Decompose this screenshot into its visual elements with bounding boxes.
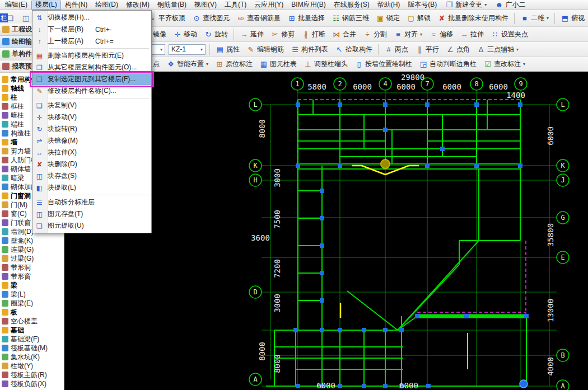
tree-item-24[interactable]: 梁(L) — [0, 290, 64, 299]
tree-item-20[interactable]: 过梁(G) — [0, 254, 64, 263]
view-rebar-button[interactable]: 60查看钢筋量 — [233, 12, 284, 24]
menubar-item-8[interactable]: 云应用(Y) — [250, 1, 287, 10]
lock-button[interactable]: ▣锁定 — [372, 12, 403, 24]
pick-component-button[interactable]: ↖拾取构件 — [332, 44, 376, 55]
grip-button[interactable]: ∷设置夹点 — [487, 29, 531, 40]
menubar-item-0[interactable]: 编辑(E) — [1, 1, 31, 10]
menu-item-18[interactable]: ☰自动拆分标准层 — [32, 196, 151, 208]
menubar-item-11[interactable]: 帮助(H) — [374, 1, 404, 10]
menu-item-6[interactable]: ❐复制选定图元到其它楼层(F)... — [32, 73, 151, 85]
menu-item-2[interactable]: ↑上一楼层(A)Ctrl+= — [32, 35, 151, 47]
tree-item-32[interactable]: 柱墩(Y) — [0, 361, 64, 370]
tree-item-19[interactable]: 连梁(G) — [0, 245, 64, 254]
tree-item-label: 带形洞 — [11, 263, 31, 272]
offset-button[interactable]: ≈偏移 — [426, 29, 456, 40]
smart-place-button[interactable]: ❖智能布置▾ — [163, 58, 212, 70]
menu-item-12[interactable]: ⇌块镜像(M) — [32, 135, 151, 147]
2d-button[interactable]: ■二维▾ — [517, 12, 552, 24]
menu-item-4[interactable]: ▦删除当前楼层构件图元(E) — [32, 50, 151, 62]
tree-item-34[interactable]: 筏板负筋(X) — [0, 379, 64, 388]
rotate-button[interactable]: ↻旋转 — [200, 29, 231, 40]
menubar-item-2[interactable]: 构件(N) — [61, 1, 92, 10]
tree-item-33[interactable]: 筏板主筋(R) — [0, 370, 64, 379]
top-view-button[interactable]: ⬒俯视 — [557, 12, 588, 24]
column-table-button[interactable]: ▦图元柱表 — [256, 58, 300, 70]
prop-button[interactable]: ▤属性 — [212, 44, 243, 55]
menu-item-16[interactable]: ◧块提取(L) — [32, 182, 151, 194]
tree-item-21[interactable]: 带形洞 — [0, 263, 64, 272]
check-annotation-button[interactable]: ☑查改标注▾ — [480, 58, 529, 70]
tree-group-23[interactable]: 梁 — [0, 281, 64, 290]
menubar-item-14[interactable]: ☻广小二 — [491, 1, 529, 10]
adjust-head-button[interactable]: ⊥调整柱端头 — [300, 58, 351, 70]
menu-item-20[interactable]: ❏图元提取(U) — [32, 220, 151, 232]
smart-place-icon: ❖ — [166, 60, 175, 69]
two-point-icon: # — [384, 45, 393, 54]
menu-item-1[interactable]: ↓下一楼层(B)Ctrl+- — [32, 24, 151, 35]
toolbar-button-label: 二维 — [531, 13, 544, 23]
point-angle-button[interactable]: ∠点角 — [442, 44, 473, 55]
merge-button[interactable]: ⋈合并 — [329, 29, 360, 40]
menubar-item-5[interactable]: 钢筋量(B) — [153, 1, 190, 10]
auto-corner-button[interactable]: ◲自动判断边角柱 — [416, 58, 480, 70]
menubar-item-7[interactable]: 工具(T) — [221, 1, 250, 10]
three-point-button[interactable]: ∆三点辅轴▾ — [473, 44, 522, 55]
menu-item-13[interactable]: ↔块拉伸(X) — [32, 147, 151, 158]
tree-item-18[interactable]: 壁龛(K) — [0, 236, 64, 245]
menu-item-7[interactable]: ✎修改楼层构件名称(C)... — [32, 85, 151, 97]
tree-item-label: 柱墩(Y) — [11, 361, 33, 371]
tree-item-27[interactable]: 空心楼盖 — [0, 317, 64, 326]
two-point-button[interactable]: #两点 — [381, 44, 412, 55]
draw-by-wall-button[interactable]: ▯按墙位置绘制柱 — [351, 58, 416, 70]
tree-item-label: 板 — [11, 308, 17, 317]
tree-item-25[interactable]: 圈梁(E) — [0, 299, 64, 308]
menubar-item-13[interactable]: ❐新建变更▾ — [441, 1, 491, 10]
menubar-item-1[interactable]: 楼层(L) — [31, 1, 61, 10]
batch-delete-button[interactable]: ✘批量删除未使用构件 — [434, 12, 512, 24]
menu-item-15[interactable]: ◫块存盘(S) — [32, 170, 151, 182]
menubar-item-6[interactable]: 视图(V) — [190, 1, 221, 10]
tree-item-22[interactable]: 带形窗 — [0, 272, 64, 281]
tree-group-26[interactable]: 板 — [0, 308, 64, 317]
extend-button[interactable]: →延伸 — [236, 29, 267, 40]
insitu-button[interactable]: ⊞原位标注 — [212, 58, 256, 70]
menubar-item-3[interactable]: 绘图(D) — [91, 1, 122, 10]
split-button[interactable]: ÷分割 — [360, 29, 390, 40]
menu-item-10[interactable]: ✛块移动(V) — [32, 111, 151, 123]
rename-floor-component-icon: ✎ — [34, 86, 45, 96]
trim-button[interactable]: ✂修剪 — [267, 29, 298, 40]
tree-group-28[interactable]: 基础 — [0, 326, 64, 335]
tree-item-29[interactable]: 基础梁(F) — [0, 335, 64, 344]
break-button[interactable]: ∦打断 — [298, 29, 329, 40]
stretch-button[interactable]: ↔拉伸 — [456, 29, 487, 40]
rebar-3d-button[interactable]: ☷钢筋三维 — [328, 12, 372, 24]
component-list-button[interactable]: ☰构件列表 — [287, 44, 332, 55]
trim-icon: ✂ — [270, 30, 279, 39]
unlock-button[interactable]: ▢解锁 — [403, 12, 434, 24]
menubar-item-10[interactable]: 在线服务(S) — [330, 1, 374, 10]
menubar-item-12[interactable]: 版本号(B) — [404, 1, 441, 10]
align-button[interactable]: ≡对齐▾ — [390, 29, 426, 40]
selected-elements[interactable] — [340, 159, 419, 318]
menubar-item-4[interactable]: 修改(M) — [122, 1, 153, 10]
menu-item-11[interactable]: ↻块旋转(R) — [32, 123, 151, 135]
tree-item-31[interactable]: 集水坑(K) — [0, 353, 64, 361]
menu-item-5[interactable]: ❐从其它楼层复制构件图元(O)... — [32, 62, 151, 73]
batch-select-button[interactable]: ⊞批量选择 — [284, 12, 328, 24]
grip-node[interactable] — [520, 380, 528, 388]
toolbar-button-label: 按墙位置绘制柱 — [365, 59, 412, 69]
find-element-button[interactable]: ⊙查找图元 — [189, 12, 233, 24]
save-button[interactable]: ◫ — [18, 13, 34, 24]
tree-item-30[interactable]: 筏板基础(M) — [0, 344, 64, 353]
component-name-select[interactable]: KZ-1▾ — [169, 44, 206, 55]
edit-rebar-button[interactable]: ✎编辑钢筋 — [243, 44, 287, 55]
tree-item-label: 暗柱 — [11, 111, 24, 120]
menu-item-14[interactable]: ✘块删除(D) — [32, 158, 151, 170]
menu-item-0[interactable]: ⇅切换楼层(H)... — [32, 12, 151, 24]
menubar-item-9[interactable]: BIM应用(B) — [287, 1, 329, 10]
menu-item-19[interactable]: ◫图元存盘(T) — [32, 208, 151, 220]
grid-bubble-label: 1 — [295, 80, 299, 88]
menu-item-9[interactable]: ❏块复制(V) — [32, 100, 151, 111]
parallel-button[interactable]: ∥平行 — [412, 44, 442, 55]
move-button[interactable]: ✛移动 — [170, 29, 200, 40]
